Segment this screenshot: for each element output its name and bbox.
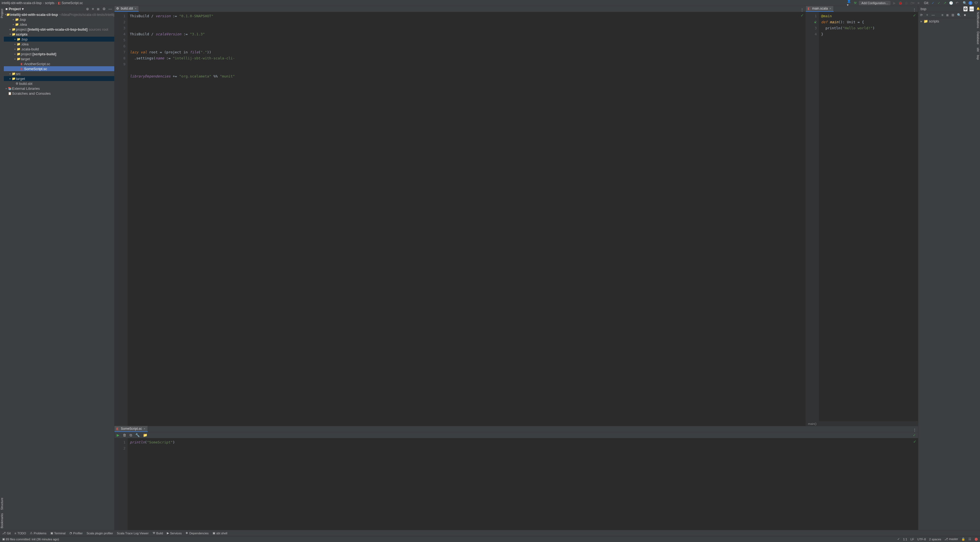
status-indent[interactable]: 2 spaces [929, 537, 941, 541]
tool-problems[interactable]: ⚠ Problems [30, 531, 46, 535]
status-heap-icon[interactable]: ☷ [969, 537, 971, 541]
code-area[interactable]: @main def main(): Unit = { println("Hell… [819, 12, 918, 421]
tool-scala-plugin-profiler[interactable]: Scala plugin profiler [87, 532, 113, 535]
gear-icon[interactable]: ⚙ [102, 6, 106, 11]
refresh-icon[interactable]: ⟳ [920, 13, 923, 17]
group-icon[interactable]: ⊞ [951, 13, 955, 17]
tree-build-sbt[interactable]: ⚙build.sbt [4, 81, 114, 86]
editor-main-scala[interactable]: 12▶34 @main def main(): Unit = { println… [806, 12, 918, 421]
run-icon[interactable]: ▶ [892, 1, 896, 5]
project-tree[interactable]: ▾📁intellij-sbt-with-scala-cli-bsp~/IdeaP… [4, 12, 114, 530]
expand-all-icon[interactable]: ≡ [91, 6, 94, 11]
bsp-node-scripts[interactable]: scripts [929, 19, 939, 23]
analysis-ok-icon[interactable]: ✓ [913, 13, 916, 17]
analysis-ok-icon[interactable]: ✓ [800, 13, 804, 17]
tool-todo[interactable]: ≡ TODO [14, 532, 26, 535]
tree-scripts-bsp[interactable]: ▸📁.bsp [4, 37, 114, 41]
status-line-sep[interactable]: LF [910, 537, 914, 541]
tree-root[interactable]: ▾📁intellij-sbt-with-scala-cli-bsp~/IdeaP… [4, 12, 114, 17]
tool-scala-trace[interactable]: Scala Trace Log Viewer [117, 532, 149, 535]
breadcrumb-seg-file[interactable]: ◧ SomeScript.sc [58, 1, 83, 5]
status-caret-pos[interactable]: 1:1 [903, 537, 907, 541]
close-icon[interactable]: × [135, 7, 137, 10]
breadcrumb-seg-root[interactable]: intellij-sbt-with-scala-cli-bsp [2, 1, 41, 5]
tab-some-script[interactable]: ◧SomeScript.sc× [115, 426, 148, 432]
tab-main-scala[interactable]: ◧main.scala× [806, 6, 834, 12]
status-progress-icon[interactable]: ✓ [897, 537, 900, 541]
tool-git[interactable]: ⎇ Git [2, 531, 11, 535]
run-worksheet-icon[interactable]: ▶ [116, 433, 120, 438]
notifications-tool-tab[interactable]: Notifications [977, 12, 980, 28]
status-commit-msg[interactable]: 89 files committed: init (36 minutes ago… [6, 537, 59, 541]
tool-terminal[interactable]: ▣ Terminal [50, 531, 66, 535]
hide-icon[interactable]: — [969, 6, 974, 11]
project-view-selector[interactable]: ■ Project ▾ [5, 7, 24, 11]
project-tool-tab[interactable]: Project [0, 9, 3, 18]
git-commit-icon[interactable]: ✓ [937, 1, 941, 5]
tool-dependencies[interactable]: ❖ Dependencies [185, 531, 208, 535]
bell-icon[interactable]: 🔔 [977, 7, 980, 10]
editor-some-script[interactable]: 12 println("SomeScript") ✓ [115, 438, 918, 530]
tool-sbt-shell[interactable]: ▣ sbt shell [213, 531, 228, 535]
run-line-icon[interactable]: ▶ [815, 19, 816, 25]
tree-scripts-target[interactable]: ▸📁target [4, 56, 114, 61]
git-push-icon[interactable]: ↗ [943, 1, 947, 5]
add-icon[interactable]: ＋ [925, 12, 929, 18]
profile-icon[interactable]: ◔▾ [910, 1, 915, 5]
git-history-icon[interactable]: 🕒 [949, 1, 953, 5]
expand-icon[interactable]: ≡ [941, 13, 944, 17]
tool-build[interactable]: ⚒ Build [153, 531, 163, 535]
sbt-tool-tab[interactable]: sbt [977, 48, 980, 52]
stop-icon[interactable]: ■ [963, 13, 966, 17]
breadcrumb-seg-scripts[interactable]: scripts [45, 1, 54, 5]
analysis-ok-icon[interactable]: ✓ [913, 439, 916, 444]
git-update-icon[interactable]: ✓ [931, 1, 935, 5]
add-configuration-button[interactable]: Add Configuration... [859, 1, 891, 5]
trash-icon[interactable]: 🗑 [122, 433, 127, 438]
tree-scratches[interactable]: 📋Scratches and Consoles [4, 91, 114, 96]
tab-build-sbt[interactable]: ⚙build.sbt× [115, 6, 139, 12]
bookmarks-tool-tab[interactable]: Bookmarks [0, 513, 3, 528]
bsp-tree[interactable]: ▸ 📁 scripts [918, 18, 976, 24]
tree-idea[interactable]: ▸📁.idea [4, 22, 114, 27]
status-error-icon[interactable]: ⬤ [975, 537, 978, 541]
tab-options-icon[interactable]: ⋮ [911, 8, 918, 12]
context-breadcrumb[interactable]: main() [806, 421, 918, 426]
ide-update-icon[interactable]: ↑ [969, 1, 972, 5]
collapse-icon[interactable]: ≣ [945, 13, 949, 17]
editor-build-sbt[interactable]: 123456789 ThisBuild / version := "0.1.0-… [115, 12, 805, 426]
tool-services[interactable]: ▶ Services [167, 531, 181, 535]
remove-icon[interactable]: — [931, 13, 935, 17]
bsp-tool-tab[interactable]: bsp [977, 55, 980, 60]
tree-scripts-project[interactable]: ▸📁project [scripts-build] [4, 51, 114, 56]
hide-icon[interactable]: — [108, 6, 113, 11]
folder-icon[interactable]: 📁 [142, 433, 148, 438]
hammer-build-icon[interactable]: ⚒ [853, 1, 857, 5]
analysis-ok-icon[interactable]: ✓ [913, 433, 916, 437]
git-rollback-icon[interactable]: ↶ [955, 1, 959, 5]
collapse-all-icon[interactable]: ≣ [96, 6, 100, 11]
copy-icon[interactable]: ⧉ [129, 433, 132, 438]
debug-icon[interactable]: 🐞 [898, 1, 902, 5]
coverage-icon[interactable]: ◎ [904, 1, 908, 5]
user-icon[interactable]: 👤▾ [847, 1, 851, 5]
database-tool-tab[interactable]: Database [977, 32, 980, 44]
tree-external-libs[interactable]: ▸📚External Libraries [4, 86, 114, 91]
tree-some-script[interactable]: ◧SomeScript.sc [4, 66, 114, 71]
code-area[interactable]: println("SomeScript") [127, 438, 918, 530]
structure-tool-tab[interactable]: Structure [0, 498, 3, 510]
close-icon[interactable]: × [829, 7, 831, 10]
status-window-icon[interactable]: ▣ [2, 537, 5, 541]
tree-scripts[interactable]: ▾📁scripts [4, 32, 114, 37]
gear-icon[interactable]: ⚙ [963, 6, 968, 11]
find-icon[interactable]: 🔍 [956, 13, 962, 17]
tree-scripts-idea[interactable]: ▸📁.idea [4, 41, 114, 46]
tree-scala-build[interactable]: ▸📁.scala-build [4, 46, 114, 51]
code-area[interactable]: ThisBuild / version := "0.1.0-SNAPSHOT" … [127, 12, 805, 426]
locate-icon[interactable]: ⊕ [86, 6, 89, 11]
stop-icon[interactable]: ■ [916, 1, 921, 5]
wrench-icon[interactable]: 🔧 [135, 433, 140, 438]
tree-project-build[interactable]: ▸📁project [intellij-sbt-with-scala-cli-b… [4, 27, 114, 32]
status-branch[interactable]: ⎇ master [944, 537, 958, 541]
close-icon[interactable]: × [143, 427, 145, 430]
